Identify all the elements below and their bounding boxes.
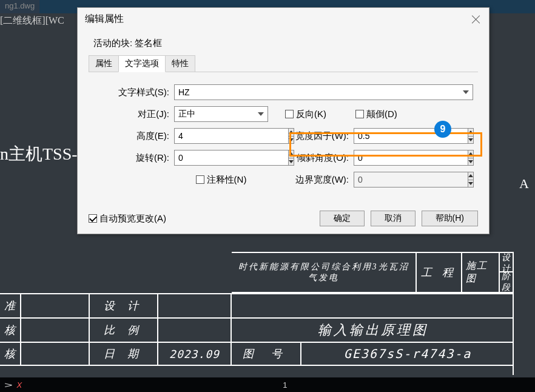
rotation-label: 旋转(R): — [93, 152, 169, 164]
status-number: 1 — [283, 380, 287, 390]
checkbox-icon — [355, 110, 364, 118]
cell-prep: 准 — [0, 294, 21, 317]
height-input[interactable] — [174, 128, 288, 144]
checkbox-icon — [285, 110, 294, 118]
height-label: 高度(E): — [93, 130, 169, 142]
stage-label: 阶 段 — [500, 271, 514, 292]
rotation-input[interactable] — [174, 150, 288, 166]
spin-up-icon[interactable] — [468, 129, 473, 137]
help-button[interactable]: 帮助(H) — [422, 211, 478, 226]
spin-down-icon[interactable] — [468, 137, 473, 144]
cell-dwg-value: GE367sS-r4743-a — [301, 343, 514, 365]
oblique-angle-label: 倾斜角度(O): — [285, 152, 349, 164]
backward-checkbox[interactable]: 反向(K) — [285, 109, 326, 120]
oblique-angle-spinner[interactable] — [354, 150, 448, 166]
checkbox-checked-icon — [89, 214, 97, 223]
cell-scale: 比 例 — [90, 319, 158, 342]
cell-drawing-title-text: 输入输出原理图 — [232, 319, 514, 342]
chevron-down-icon — [258, 112, 264, 116]
boundary-width-input — [354, 172, 468, 188]
dialog-tabs: 属性 文字选项 特性 — [89, 55, 478, 72]
file-tab[interactable]: ng1.dwg — [0, 0, 39, 13]
close-icon[interactable] — [471, 14, 482, 25]
title-block-header: 时代新能源有限公司综合利用3光瓦沼气发电 工 程 施工图 设 计 阶 段 — [232, 252, 514, 293]
text-style-dropdown[interactable]: HZ — [174, 84, 473, 100]
status-bar: > X 1 — [0, 377, 535, 392]
cell-check2: 核 — [0, 343, 21, 365]
title-block: 时代新能源有限公司综合利用3光瓦沼气发电 工 程 施工图 设 计 阶 段 准 设… — [0, 252, 514, 377]
cell-date: 日 期 — [90, 343, 158, 365]
phase-cell: 施工图 — [462, 253, 499, 292]
width-factor-label: 宽度因子(W): — [285, 130, 349, 142]
design-label: 设 计 — [500, 253, 514, 274]
rotation-spinner[interactable] — [174, 150, 268, 166]
annotation-badge: 9 — [434, 121, 451, 138]
justify-label: 对正(J): — [93, 109, 169, 120]
checkbox-icon — [196, 175, 204, 184]
tab-properties[interactable]: 特性 — [165, 55, 195, 72]
cell-drawing-title — [232, 294, 514, 317]
dialog-title: 编辑属性 — [85, 13, 124, 25]
annotative-checkbox[interactable]: 注释性(N) — [196, 174, 247, 186]
viewport-label: [二维线框][WC — [0, 15, 64, 27]
height-spinner[interactable] — [174, 128, 268, 144]
dialog-titlebar[interactable]: 编辑属性 — [78, 8, 489, 30]
cancel-button[interactable]: 取消 — [371, 211, 416, 226]
company-cell: 时代新能源有限公司综合利用3光瓦沼气发电 — [232, 253, 417, 292]
status-arrow-icon: > — [4, 380, 13, 390]
oblique-angle-input[interactable] — [354, 150, 468, 166]
spin-down-icon[interactable] — [468, 158, 473, 166]
spin-down-icon — [468, 180, 473, 188]
upside-down-checkbox[interactable]: 颠倒(D) — [355, 109, 397, 120]
justify-dropdown[interactable]: 正中 — [174, 106, 268, 122]
spin-up-icon[interactable] — [468, 150, 473, 158]
cell-check: 核 — [0, 319, 21, 342]
boundary-width-label: 边界宽度(W): — [285, 174, 349, 186]
chevron-down-icon — [463, 90, 469, 94]
cell-dwg: 图 号 — [232, 343, 301, 365]
cell-date-value: 2023.09 — [158, 343, 232, 365]
tab-attributes[interactable]: 属性 — [89, 55, 119, 72]
text-style-label: 文字样式(S): — [93, 87, 169, 98]
project-label: 工 程 — [417, 253, 462, 292]
canvas-text: n主机TSS-3 — [0, 143, 86, 166]
tab-text-options[interactable]: 文字选项 — [118, 55, 166, 72]
active-block-label: 活动的块: 签名框 — [93, 38, 478, 49]
status-x: X — [17, 380, 22, 390]
auto-preview-checkbox[interactable]: 自动预览更改(A) — [89, 213, 166, 225]
width-factor-spinner[interactable] — [354, 128, 448, 144]
edit-attributes-dialog: 编辑属性 活动的块: 签名框 属性 文字选项 特性 文字样式(S): HZ 对正… — [77, 7, 490, 234]
canvas-marker-a: A — [519, 176, 529, 192]
ok-button[interactable]: 确定 — [320, 211, 365, 226]
cell-design: 设 计 — [90, 294, 158, 317]
boundary-width-spinner — [354, 172, 448, 188]
spin-up-icon — [468, 172, 473, 180]
